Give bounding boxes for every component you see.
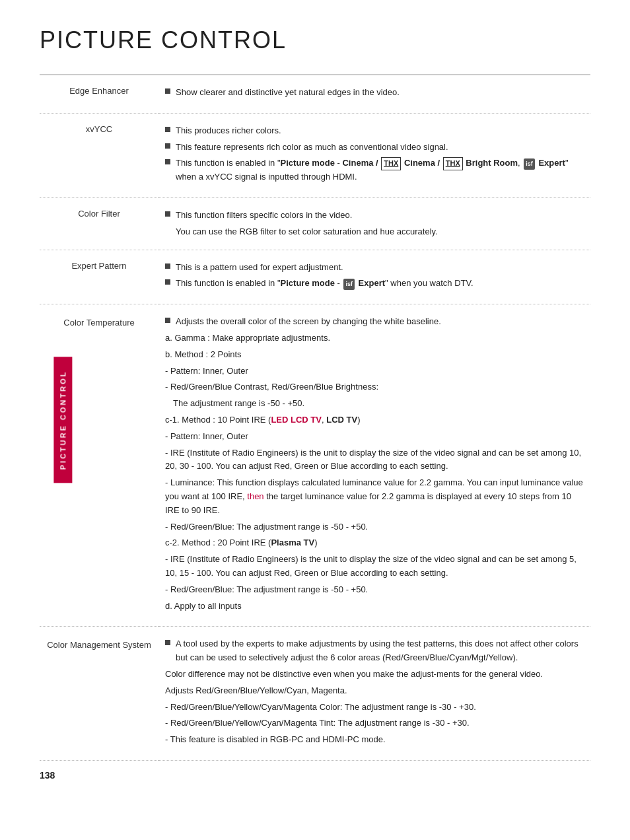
bullet-icon	[165, 263, 170, 269]
row-content: Adjusts the overall color of the screen …	[158, 304, 590, 627]
bullet-text: This is a pattern used for expert adjust…	[176, 261, 584, 275]
row-content: Show clearer and distinctive yet natural…	[158, 75, 590, 113]
bullet-icon	[165, 640, 170, 645]
bullet-icon	[165, 279, 170, 285]
bullet-icon	[165, 143, 170, 149]
row-content: This produces richer colors. This featur…	[158, 113, 590, 197]
table-row: Edge Enhancer Show clearer and distincti…	[40, 75, 590, 113]
bullet-text: This function is enabled in "Picture mod…	[176, 277, 584, 291]
bullet-text: This produces richer colors.	[176, 124, 584, 138]
color-temp-details: a. Gamma : Make appropriate adjustments.…	[165, 332, 584, 613]
bullet-icon	[165, 88, 170, 94]
row-content: A tool used by the experts to make adjus…	[158, 627, 590, 761]
table-row: Color Filter This function filters speci…	[40, 197, 590, 250]
row-label: Edge Enhancer	[40, 75, 158, 113]
bullet-text: This function is enabled in "Picture mod…	[176, 157, 584, 184]
cms-details: Color difference may not be distinctive …	[165, 668, 584, 747]
row-content: This function filters specific colors in…	[158, 197, 590, 250]
bullet-text: A tool used by the experts to make adjus…	[176, 637, 584, 665]
row-label: Expert Pattern	[40, 250, 158, 304]
side-label: PICTURE CONTROL	[53, 357, 72, 483]
table-row: Expert Pattern This is a pattern used fo…	[40, 250, 590, 304]
bullet-text: This function filters specific colors in…	[176, 209, 584, 223]
row-label: Color Filter	[40, 197, 158, 250]
bullet-icon	[165, 159, 170, 164]
row-label: xvYCC	[40, 113, 158, 197]
bullet-icon	[165, 127, 170, 132]
table-row: xvYCC This produces richer colors. This …	[40, 113, 590, 197]
bullet-text: This feature represents rich color as mu…	[176, 141, 584, 155]
bullet-icon	[165, 211, 170, 217]
indent-text: You can use the RGB filter to set color …	[176, 225, 584, 239]
page-title: PICTURE CONTROL	[40, 26, 590, 54]
table-row: Color Management System A tool used by t…	[40, 627, 590, 761]
bullet-text: Adjusts the overall color of the screen …	[176, 315, 584, 329]
bullet-text: Show clearer and distinctive yet natural…	[176, 86, 584, 100]
bullet-icon	[165, 318, 170, 323]
page-number: 138	[40, 770, 55, 781]
row-label: Color Management System	[40, 627, 158, 761]
row-content: This is a pattern used for expert adjust…	[158, 250, 590, 304]
table-row: Color Temperature Adjusts the overall co…	[40, 304, 590, 627]
